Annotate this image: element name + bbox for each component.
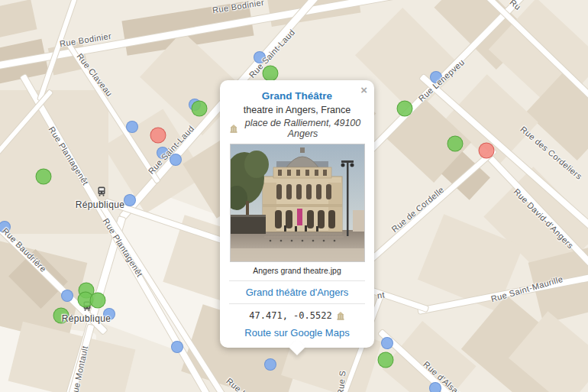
map-marker-green[interactable] bbox=[36, 169, 52, 185]
map-marker-green[interactable] bbox=[378, 352, 394, 368]
coordinates: 47.471, -0.5522 bbox=[229, 310, 365, 321]
map-marker-green[interactable] bbox=[90, 293, 106, 309]
building bbox=[382, 321, 476, 392]
coordinates-text: 47.471, -0.5522 bbox=[249, 310, 331, 321]
place-label: République bbox=[62, 313, 111, 324]
theatre-photo[interactable] bbox=[230, 144, 365, 262]
map-marker-blue[interactable] bbox=[124, 194, 136, 206]
street-label: Rue de Cordelle bbox=[389, 185, 445, 234]
map-marker-blue[interactable] bbox=[171, 341, 183, 353]
map-canvas[interactable]: Rue BodinierRue BodinierRue ClaveauRue S… bbox=[0, 0, 588, 392]
street-label: nt bbox=[376, 290, 386, 300]
popup-address: place de Ralliement, 49100 Angers bbox=[229, 118, 365, 139]
building bbox=[0, 0, 37, 39]
map-marker-red[interactable] bbox=[479, 143, 495, 159]
popup-subtitle: theatre in Angers, France bbox=[229, 105, 365, 115]
popup-address-text: place de Ralliement, 49100 Angers bbox=[241, 118, 365, 139]
map-marker-blue[interactable] bbox=[264, 358, 276, 371]
map-marker-green[interactable] bbox=[397, 101, 413, 117]
route-link[interactable]: Route sur Google Maps bbox=[229, 327, 365, 339]
map-marker-green[interactable] bbox=[447, 136, 464, 152]
photo-caption: Angers grand theatre.jpg bbox=[229, 266, 365, 275]
map-marker-blue[interactable] bbox=[429, 382, 441, 392]
map-marker-red[interactable] bbox=[150, 128, 166, 144]
bus-stop-icon bbox=[98, 186, 106, 199]
map-marker-blue[interactable] bbox=[126, 121, 138, 133]
building bbox=[0, 90, 108, 234]
divider bbox=[229, 280, 365, 281]
popup-title: Grand Théâtre bbox=[229, 90, 365, 102]
info-popup: × Grand Théâtre theatre in Angers, Franc… bbox=[220, 80, 374, 348]
map-marker-blue[interactable] bbox=[61, 290, 73, 302]
map-marker-blue[interactable] bbox=[381, 337, 393, 349]
article-link[interactable]: Grand théâtre d'Angers bbox=[229, 287, 365, 298]
map-marker-green[interactable] bbox=[192, 101, 208, 117]
close-icon[interactable]: × bbox=[359, 83, 369, 97]
coordinates-monument-icon bbox=[336, 311, 345, 320]
divider bbox=[229, 303, 365, 304]
place-label: République bbox=[76, 199, 125, 210]
monument-icon bbox=[229, 124, 238, 133]
